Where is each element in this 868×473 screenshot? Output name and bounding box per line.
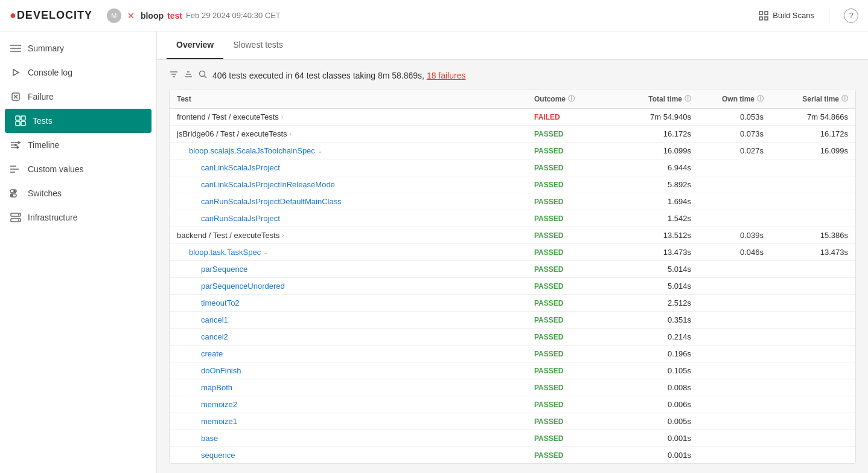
outcome-info-icon[interactable]: ⓘ — [568, 94, 575, 103]
total-time-value: 5.892s — [619, 180, 691, 189]
sidebar-item-label: Custom values — [28, 164, 84, 174]
header-divider — [829, 7, 829, 24]
help-button[interactable]: ? — [844, 8, 858, 23]
build-scans-button[interactable]: Build Scans — [758, 10, 814, 21]
svg-point-31 — [18, 219, 19, 220]
serial-time-value: 15.386s — [764, 231, 848, 240]
test-name[interactable]: memoize2 — [177, 400, 534, 409]
switches-icon — [10, 187, 22, 199]
test-name[interactable]: canLinkScalaJsProjectInReleaseMode — [177, 180, 534, 189]
sidebar-item-label: Switches — [28, 188, 62, 198]
test-name[interactable]: doOnFinish — [177, 366, 534, 375]
sidebar-item-tests[interactable]: Tests — [5, 109, 152, 133]
table-row: bloop.scalajs.ScalaJsToolchainSpec ⌄ PAS… — [170, 143, 855, 159]
filter-bar: 406 tests executed in 64 test classes ta… — [169, 69, 856, 82]
table-row: memoize1 PASSED 0.005s — [170, 413, 855, 430]
total-time-value: 0.351s — [619, 315, 691, 324]
sidebar-item-summary[interactable]: Summary — [0, 36, 156, 60]
svg-point-25 — [13, 190, 16, 193]
sidebar-item-failure[interactable]: Failure — [0, 85, 156, 109]
table-row: timeoutTo2 PASSED 2.512s — [170, 295, 855, 312]
own-time-info-icon[interactable]: ⓘ — [757, 94, 764, 103]
test-name[interactable]: bloop.task.TaskSpec ⌄ — [177, 248, 534, 257]
test-name[interactable]: create — [177, 349, 534, 358]
failures-link[interactable]: 18 failures — [427, 71, 466, 80]
total-time-value: 16.099s — [619, 146, 691, 155]
outcome-badge: PASSED — [534, 417, 619, 426]
test-name[interactable]: cancel1 — [177, 315, 534, 324]
test-name[interactable]: sequence — [177, 451, 534, 460]
sidebar-item-infrastructure[interactable]: Infrastructure — [0, 205, 156, 230]
build-name: bloop — [141, 11, 164, 21]
svg-rect-0 — [759, 11, 762, 14]
expand-icon[interactable]: › — [282, 232, 284, 239]
test-name[interactable]: canRunScalaJsProject — [177, 214, 534, 223]
expand-icon[interactable]: › — [290, 130, 292, 137]
build-task: test — [167, 11, 182, 21]
test-name[interactable]: mapBoth — [177, 383, 534, 392]
infrastructure-icon — [10, 211, 22, 224]
expand-icon[interactable]: ⌄ — [263, 249, 268, 256]
table-row: cancel1 PASSED 0.351s — [170, 312, 855, 329]
svg-point-20 — [16, 146, 19, 149]
outcome-badge: PASSED — [534, 401, 619, 409]
outcome-badge: PASSED — [534, 147, 619, 155]
test-name[interactable]: base — [177, 434, 534, 443]
sidebar-item-timeline[interactable]: Timeline — [0, 133, 156, 157]
outcome-badge: PASSED — [534, 299, 619, 307]
svg-rect-2 — [759, 17, 762, 20]
svg-point-38 — [200, 71, 205, 77]
sidebar-item-switches[interactable]: Switches — [0, 181, 156, 205]
table-row: parSequence PASSED 5.014s — [170, 261, 855, 278]
sidebar-item-label: Infrastructure — [28, 213, 77, 222]
expand-icon[interactable]: ⌄ — [318, 147, 322, 154]
table-row: cancel2 PASSED 0.214s — [170, 329, 855, 346]
test-name[interactable]: canRunScalaJsProjectDefaultMainClass — [177, 197, 534, 206]
sidebar-item-label: Timeline — [28, 140, 59, 150]
outcome-badge: PASSED — [534, 333, 619, 341]
test-name[interactable]: parSequenceUnordered — [177, 282, 534, 291]
tab-slowest-tests[interactable]: Slowest tests — [223, 31, 292, 59]
sort-desc-icon[interactable] — [183, 69, 193, 82]
total-time-value: 1.694s — [619, 197, 691, 206]
total-time-value: 0.001s — [619, 451, 691, 460]
tab-overview[interactable]: Overview — [167, 31, 223, 59]
outcome-badge: PASSED — [534, 181, 619, 189]
table-row: mapBoth PASSED 0.008s — [170, 379, 855, 396]
test-name[interactable]: cancel2 — [177, 332, 534, 341]
serial-time-info-icon[interactable]: ⓘ — [841, 94, 848, 103]
test-name[interactable]: memoize1 — [177, 417, 534, 426]
own-time-value: 0.027s — [691, 146, 764, 155]
sidebar-item-label: Failure — [28, 92, 54, 101]
outcome-badge: PASSED — [534, 451, 619, 460]
test-name: jsBridge06 / Test / executeTests › — [177, 129, 534, 138]
table-row: canRunScalaJsProjectDefaultMainClass PAS… — [170, 193, 855, 210]
total-time-value: 0.001s — [619, 434, 691, 443]
test-summary: 406 tests executed in 64 test classes ta… — [212, 71, 465, 80]
expand-icon[interactable]: › — [281, 114, 283, 120]
test-table: Test Outcome ⓘ Total time ⓘ Own time ⓘ — [169, 89, 856, 464]
test-name[interactable]: canLinkScalaJsProject — [177, 163, 534, 172]
sidebar-item-label: Console log — [28, 68, 72, 77]
test-name[interactable]: bloop.scalajs.ScalaJsToolchainSpec ⌄ — [177, 146, 534, 155]
total-time-value: 2.512s — [619, 298, 691, 307]
table-row: canLinkScalaJsProjectInReleaseMode PASSE… — [170, 176, 855, 193]
test-name[interactable]: parSequence — [177, 265, 534, 274]
test-name[interactable]: timeoutTo2 — [177, 298, 534, 307]
sidebar-item-console-log[interactable]: Console log — [0, 60, 156, 85]
sort-asc-icon[interactable] — [169, 69, 179, 82]
outcome-badge: PASSED — [534, 265, 619, 274]
sidebar-item-custom-values[interactable]: Custom values — [0, 157, 156, 181]
total-time-value: 6.944s — [619, 163, 691, 172]
svg-line-39 — [205, 76, 207, 79]
build-scans-label: Build Scans — [773, 11, 814, 20]
build-info: M ✕ bloop test Feb 29 2024 09:40:30 CET — [107, 8, 758, 23]
timeline-icon — [10, 139, 22, 151]
total-time-value: 7m 54.940s — [619, 112, 691, 121]
search-icon[interactable] — [198, 69, 208, 82]
content-area: Overview Slowest tests 406 test — [157, 31, 868, 473]
total-time-info-icon[interactable]: ⓘ — [685, 94, 691, 103]
avatar: M — [107, 8, 121, 23]
svg-rect-11 — [16, 116, 20, 120]
outcome-badge: PASSED — [534, 214, 619, 223]
